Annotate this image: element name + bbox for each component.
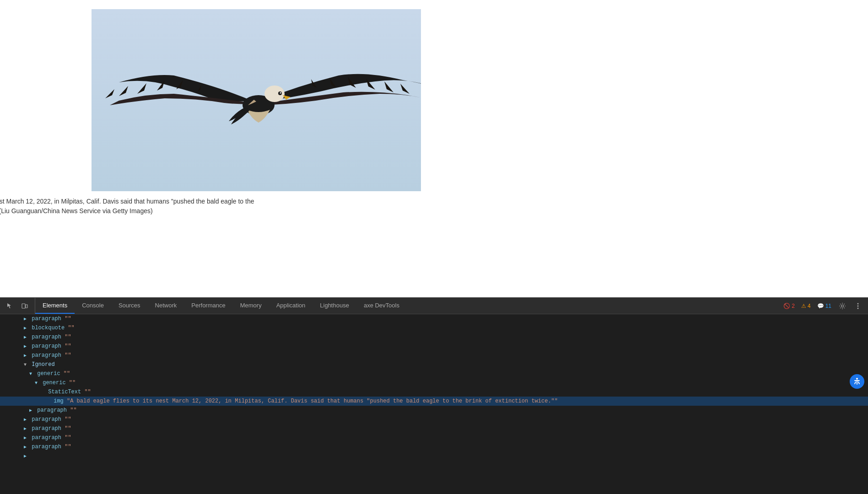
svg-point-4 [280, 92, 281, 94]
tree-row-ignored[interactable]: ▼ Ignored [0, 360, 868, 369]
tab-axe-devtools[interactable]: axe DevTools [356, 298, 407, 314]
svg-point-10 [857, 307, 859, 309]
tree-row-item-last[interactable]: ▶ [0, 451, 868, 461]
tree-row-paragraph-8[interactable]: ▶ paragraph "" [0, 433, 868, 442]
errors-badge[interactable]: 🚫 2 [782, 302, 797, 310]
devtools-panel: Elements Console Sources Network Perform… [0, 297, 868, 494]
tree-row-paragraph-5[interactable]: ▶ paragraph "" [0, 406, 868, 415]
tree-toggle-ignored[interactable]: ▼ [22, 361, 28, 368]
devtools-right-actions: 🚫 2 ⚠ 4 💬 11 [778, 298, 868, 314]
tab-memory[interactable]: Memory [233, 298, 269, 314]
tab-console[interactable]: Console [75, 298, 111, 314]
tree-row-blockquote[interactable]: ▶ blockquote "" [0, 323, 868, 333]
article-image-section: A bald eagle flies to its nest March 12,… [92, 9, 421, 216]
tree-toggle[interactable]: ▶ [22, 425, 28, 432]
tree-toggle[interactable]: ▶ [22, 444, 28, 450]
tree-row-paragraph-1[interactable]: ▶ paragraph "" [0, 314, 868, 323]
tab-sources[interactable]: Sources [111, 298, 148, 314]
more-options-icon[interactable] [852, 300, 864, 312]
error-icon: 🚫 [783, 303, 790, 309]
image-caption: A bald eagle flies to its nest March 12,… [0, 197, 256, 216]
svg-point-8 [857, 303, 859, 304]
svg-point-7 [841, 305, 844, 307]
tree-toggle[interactable]: ▶ [22, 416, 28, 423]
devtools-toolbar: Elements Console Sources Network Perform… [0, 298, 868, 314]
eagle-image [92, 9, 421, 191]
tree-row-paragraph-7[interactable]: ▶ paragraph "" [0, 424, 868, 433]
devtools-tabs: Elements Console Sources Network Perform… [35, 298, 778, 314]
inspect-element-icon[interactable] [4, 300, 16, 312]
warning-icon: ⚠ [801, 303, 806, 309]
info-icon: 💬 [817, 303, 824, 309]
tree-toggle[interactable]: ▶ [22, 316, 28, 322]
svg-point-9 [857, 305, 859, 306]
tree-row-statictext[interactable]: StaticText "" [0, 387, 868, 397]
tree-row-img-highlighted[interactable]: img "A bald eagle flies to its nest Marc… [0, 397, 868, 406]
tree-row-paragraph-3[interactable]: ▶ paragraph "" [0, 342, 868, 351]
devtools-tree-content[interactable]: ▶ paragraph "" ▶ blockquote "" ▶ paragra… [0, 314, 868, 494]
tree-row-generic-2[interactable]: ▼ generic "" [0, 378, 868, 387]
accessibility-icon[interactable] [850, 374, 864, 389]
tab-elements[interactable]: Elements [35, 298, 75, 314]
tree-toggle[interactable]: ▶ [22, 325, 28, 331]
tree-row-paragraph-4[interactable]: ▶ paragraph "" [0, 351, 868, 360]
settings-icon[interactable] [836, 300, 849, 312]
tree-toggle[interactable]: ▶ [22, 343, 28, 349]
tab-performance[interactable]: Performance [184, 298, 232, 314]
tree-row-paragraph-6[interactable]: ▶ paragraph "" [0, 415, 868, 424]
svg-point-11 [856, 378, 858, 380]
svg-rect-5 [22, 304, 25, 308]
svg-rect-6 [26, 305, 27, 308]
tab-network[interactable]: Network [148, 298, 184, 314]
tree-toggle[interactable]: ▶ [27, 407, 34, 413]
tree-toggle[interactable]: ▶ [22, 352, 28, 359]
tree-toggle[interactable]: ▶ [22, 435, 28, 441]
tree-row-generic-1[interactable]: ▼ generic "" [0, 369, 868, 378]
devtools-icon-group [0, 298, 35, 314]
tab-application[interactable]: Application [269, 298, 313, 314]
tree-row-paragraph-9[interactable]: ▶ paragraph "" [0, 442, 868, 451]
tree-row-paragraph-2[interactable]: ▶ paragraph "" [0, 333, 868, 342]
warnings-badge[interactable]: ⚠ 4 [799, 302, 813, 310]
toggle-device-toolbar-icon[interactable] [18, 300, 31, 312]
tree-toggle-generic-1[interactable]: ▼ [27, 370, 34, 377]
page-content: A bald eagle flies to its nest March 12,… [0, 0, 868, 216]
tree-toggle[interactable]: ▶ [22, 453, 28, 459]
tab-lighthouse[interactable]: Lighthouse [313, 298, 356, 314]
tree-toggle[interactable]: ▶ [22, 334, 28, 340]
info-badge[interactable]: 💬 11 [815, 302, 833, 310]
tree-toggle-generic-2[interactable]: ▼ [33, 380, 39, 386]
